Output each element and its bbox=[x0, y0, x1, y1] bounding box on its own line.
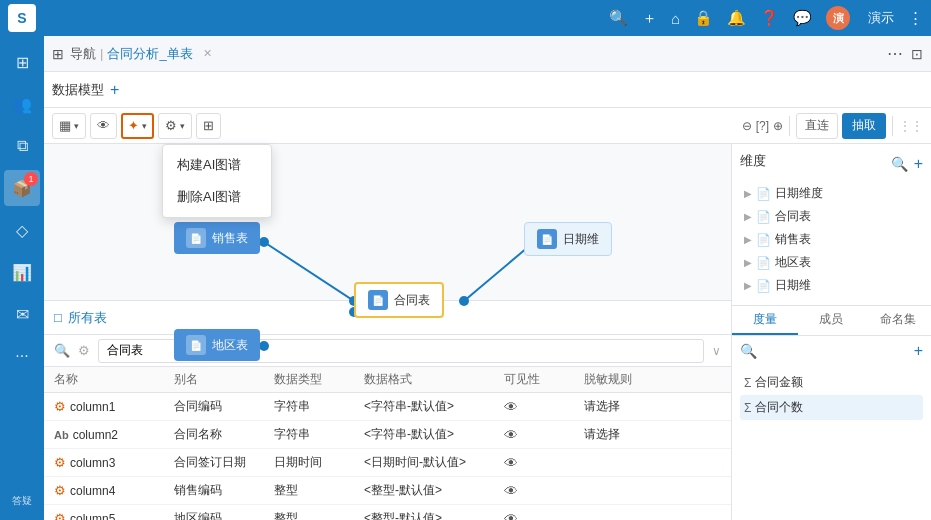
question-icon[interactable]: ❓ bbox=[760, 9, 779, 27]
row2-eye-icon: 👁 bbox=[504, 427, 518, 443]
row5-alias: 地区编码 bbox=[174, 510, 274, 520]
sidebar-item-shape[interactable]: ◇ bbox=[4, 212, 40, 248]
sidebar-item-more[interactable]: ··· bbox=[4, 338, 40, 374]
zoom-value: [?] bbox=[756, 119, 769, 133]
sidebar-item-help[interactable]: 答疑 bbox=[4, 490, 40, 512]
bottom-panel: □ 所有表 🔍 ⚙ ∨ 名称 别名 数据类型 数据格式 可见性 bbox=[44, 300, 731, 520]
node-sales-icon: 📄 bbox=[186, 228, 206, 248]
lock-icon[interactable]: 🔒 bbox=[694, 9, 713, 27]
tab-close-icon[interactable]: ✕ bbox=[203, 47, 212, 60]
search-icon[interactable]: 🔍 bbox=[609, 9, 628, 27]
dropdown-item-delete[interactable]: 删除AI图谱 bbox=[163, 181, 271, 213]
measure-contract-amount[interactable]: Σ 合同金额 bbox=[740, 370, 923, 395]
tabbar-expand-icon[interactable]: ⊡ bbox=[911, 46, 923, 62]
avatar[interactable]: 演 bbox=[826, 6, 850, 30]
sidebar-item-users[interactable]: 👥 bbox=[4, 86, 40, 122]
breadcrumb-nav[interactable]: 导航 bbox=[70, 45, 96, 63]
row2-name: Ab column2 bbox=[54, 428, 174, 442]
table-button[interactable]: ▦ ▾ bbox=[52, 113, 86, 139]
layout-button[interactable]: ⊞ bbox=[196, 113, 221, 139]
row4-name: ⚙ column4 bbox=[54, 483, 174, 498]
measure-contract-count[interactable]: Σ 合同个数 bbox=[740, 395, 923, 420]
right-add-icon[interactable]: + bbox=[914, 155, 923, 173]
settings-icon: ⚙ bbox=[165, 118, 177, 133]
logo: S bbox=[8, 4, 36, 32]
right-panel-dimensions: 维度 🔍 + ▶ 📄 日期维度 ▶ 📄 合同表 bbox=[732, 144, 931, 306]
tree-item-date-dim2[interactable]: ▶ 📄 日期维 bbox=[740, 274, 923, 297]
row1-visible[interactable]: 👁 bbox=[504, 399, 584, 415]
tree-item-date-dim[interactable]: ▶ 📄 日期维度 bbox=[740, 182, 923, 205]
settings-button[interactable]: ⚙ ▾ bbox=[158, 113, 192, 139]
subheader-add-button[interactable]: + bbox=[110, 81, 119, 99]
tree-item-region[interactable]: ▶ 📄 地区表 bbox=[740, 251, 923, 274]
row1-icon: ⚙ bbox=[54, 399, 66, 414]
link-button[interactable]: 直连 bbox=[796, 113, 838, 139]
row1-eye-icon: 👁 bbox=[504, 399, 518, 415]
node-date-dim[interactable]: 📄 日期维 bbox=[524, 222, 612, 256]
table-row: Ab column2 合同名称 字符串 <字符串-默认值> 👁 请选择 bbox=[44, 421, 731, 449]
settings-dropdown-arrow: ▾ bbox=[180, 121, 185, 131]
row3-alias: 合同签订日期 bbox=[174, 454, 274, 471]
table-row: ⚙ column3 合同签订日期 日期时间 <日期时间-默认值> 👁 bbox=[44, 449, 731, 477]
measure-label: 合同金额 bbox=[755, 374, 803, 391]
chat-icon[interactable]: 💬 bbox=[793, 9, 812, 27]
dropdown-item-build[interactable]: 构建AI图谱 bbox=[163, 149, 271, 181]
toolbar-separator-2 bbox=[892, 116, 893, 136]
connections-svg bbox=[44, 144, 731, 300]
plus-icon[interactable]: ＋ bbox=[642, 9, 657, 28]
sidebar-item-layers[interactable]: ⧉ bbox=[4, 128, 40, 164]
content: ⊞ 导航 | 合同分析_单表 ✕ ⋯ ⊡ 数据模型 + ▦ ▾ 👁 bbox=[44, 36, 931, 520]
node-contract[interactable]: 📄 合同表 bbox=[354, 282, 444, 318]
tabbar-more-icon[interactable]: ⋯ bbox=[887, 44, 903, 63]
row4-visible[interactable]: 👁 bbox=[504, 483, 584, 499]
home-icon[interactable]: ⌂ bbox=[671, 10, 680, 27]
row5-eye-icon: 👁 bbox=[504, 511, 518, 521]
eye-button[interactable]: 👁 bbox=[90, 113, 117, 139]
tree-item-sales[interactable]: ▶ 📄 销售表 bbox=[740, 228, 923, 251]
right-search-icon[interactable]: 🔍 bbox=[891, 156, 908, 172]
bell-icon[interactable]: 🔔 bbox=[727, 9, 746, 27]
filter-settings-icon[interactable]: ⚙ bbox=[78, 343, 90, 358]
tree-table-icon: 📄 bbox=[756, 187, 771, 201]
row5-name: ⚙ column5 bbox=[54, 511, 174, 520]
sidebar-item-send[interactable]: ✉ bbox=[4, 296, 40, 332]
demo-label: 演示 bbox=[868, 9, 894, 27]
topbar-icons: 🔍 ＋ ⌂ 🔒 🔔 ❓ 💬 演 演示 ⋮ bbox=[609, 6, 923, 30]
tab-members[interactable]: 成员 bbox=[798, 306, 864, 335]
filter-search-icon[interactable]: 🔍 bbox=[54, 343, 70, 358]
canvas[interactable]: 📄 销售表 📄 合同表 📄 日期维 📄 bbox=[44, 144, 731, 520]
menu-more-icon[interactable]: ⋮ bbox=[908, 9, 923, 27]
tab-named-sets[interactable]: 命名集 bbox=[865, 306, 931, 335]
row2-rule[interactable]: 请选择 bbox=[584, 426, 684, 443]
zoom-plus-icon[interactable]: ⊕ bbox=[773, 119, 783, 133]
measures-search-icon[interactable]: 🔍 bbox=[740, 343, 757, 359]
sidebar-item-chart[interactable]: 📊 bbox=[4, 254, 40, 290]
sidebar-item-grid[interactable]: ⊞ bbox=[4, 44, 40, 80]
filter-bar: 🔍 ⚙ ∨ bbox=[44, 335, 731, 367]
row1-rule[interactable]: 请选择 bbox=[584, 398, 684, 415]
node-region-label: 地区表 bbox=[212, 337, 248, 354]
canvas-graph[interactable]: 📄 销售表 📄 合同表 📄 日期维 📄 bbox=[44, 144, 731, 300]
sigma-icon: Σ bbox=[744, 401, 751, 415]
subheader-label: 数据模型 bbox=[52, 81, 104, 99]
measures-add-icon[interactable]: + bbox=[914, 342, 923, 360]
node-sales[interactable]: 📄 销售表 bbox=[174, 222, 260, 254]
ai-button[interactable]: ✦ ▾ bbox=[121, 113, 154, 139]
extract-button[interactable]: 抽取 bbox=[842, 113, 886, 139]
conn-dot-3 bbox=[259, 341, 269, 351]
node-region[interactable]: 📄 地区表 bbox=[174, 329, 260, 361]
zoom-minus-icon[interactable]: ⊖ bbox=[742, 119, 752, 133]
row3-eye-icon: 👁 bbox=[504, 455, 518, 471]
row4-format: <整型-默认值> bbox=[364, 482, 504, 499]
row4-icon: ⚙ bbox=[54, 483, 66, 498]
nav-home-icon: ⊞ bbox=[52, 46, 64, 62]
row5-visible[interactable]: 👁 bbox=[504, 511, 584, 521]
sidebar-item-box[interactable]: 📦 1 bbox=[4, 170, 40, 206]
tab-measures[interactable]: 度量 bbox=[732, 306, 798, 335]
tree-item-contract[interactable]: ▶ 📄 合同表 bbox=[740, 205, 923, 228]
breadcrumb-current: 合同分析_单表 bbox=[107, 45, 192, 63]
row3-visible[interactable]: 👁 bbox=[504, 455, 584, 471]
row2-visible[interactable]: 👁 bbox=[504, 427, 584, 443]
badge: 1 bbox=[24, 172, 38, 186]
ai-icon: ✦ bbox=[128, 118, 139, 133]
